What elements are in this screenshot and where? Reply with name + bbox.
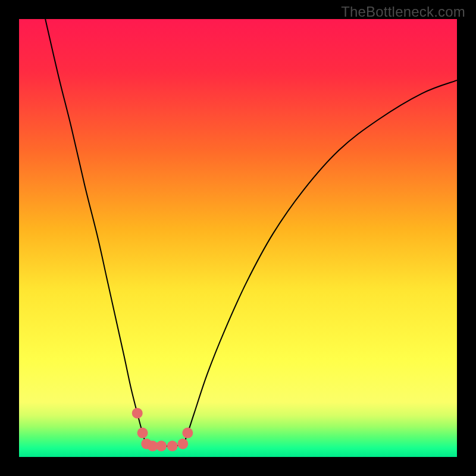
dip-marker (132, 408, 143, 418)
dip-marker (156, 441, 167, 452)
plot-area (19, 19, 457, 457)
dip-marker (167, 441, 178, 452)
dip-marker (177, 439, 188, 449)
dip-marker (137, 428, 148, 439)
gradient-background (19, 19, 457, 457)
chart-frame: TheBottleneck.com (0, 0, 476, 476)
chart-svg (19, 19, 457, 457)
dip-marker (182, 428, 193, 439)
watermark-text: TheBottleneck.com (341, 4, 465, 20)
